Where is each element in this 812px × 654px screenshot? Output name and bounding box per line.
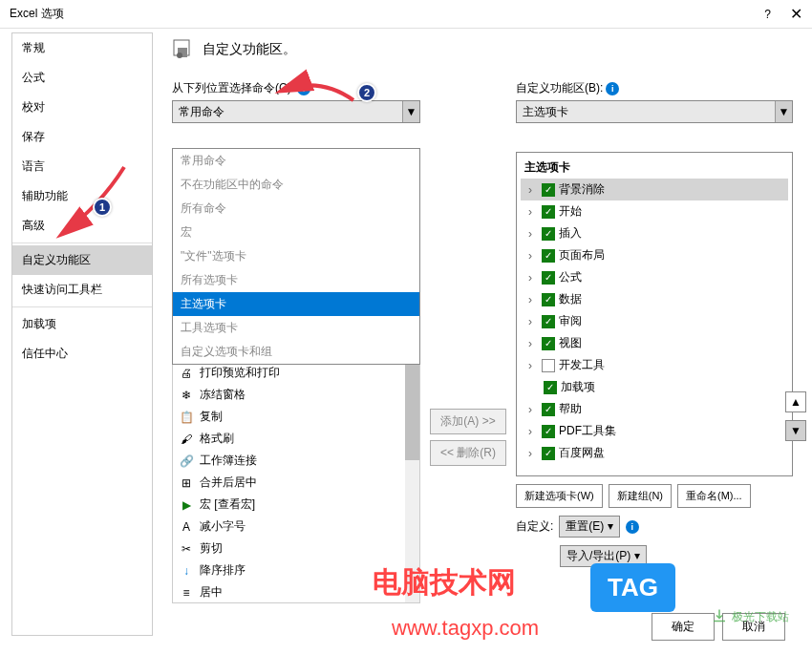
freeze-icon: ❄ xyxy=(179,388,194,403)
dropdown-item[interactable]: 所有命令 xyxy=(173,197,419,221)
checkbox-icon[interactable]: ✓ xyxy=(542,337,555,350)
info-icon[interactable]: i xyxy=(606,82,619,95)
cmd-freeze[interactable]: ❄冻结窗格▸ xyxy=(173,384,419,406)
tree-item-developer[interactable]: ›开发工具 xyxy=(521,354,788,376)
cmd-decrease-font[interactable]: A减小字号 xyxy=(173,516,419,538)
dropdown-item-main-tabs[interactable]: 主选项卡 xyxy=(173,292,419,316)
sidebar-item-quick-access[interactable]: 快速访问工具栏 xyxy=(12,275,152,305)
font-decrease-icon: A xyxy=(179,519,194,535)
expand-icon[interactable]: › xyxy=(528,249,538,263)
dropdown-item[interactable]: 自定义选项卡和组 xyxy=(173,340,419,364)
expand-icon[interactable]: › xyxy=(528,425,538,438)
add-button[interactable]: 添加(A) >> xyxy=(430,409,505,434)
tree-item-data[interactable]: ›✓数据 xyxy=(521,288,788,310)
dropdown-list: 常用命令 不在功能区中的命令 所有命令 宏 "文件"选项卡 所有选项卡 主选项卡… xyxy=(172,148,420,365)
help-icon[interactable]: ? xyxy=(764,8,771,21)
checkbox-icon[interactable]: ✓ xyxy=(542,447,555,460)
dropdown-item[interactable]: 宏 xyxy=(173,221,419,244)
tree-item-page-layout[interactable]: ›✓页面布局 xyxy=(521,244,788,266)
checkbox-icon[interactable] xyxy=(542,359,555,372)
tree-item-formulas[interactable]: ›✓公式 xyxy=(521,266,788,288)
close-icon[interactable]: ✕ xyxy=(790,5,802,23)
expand-icon[interactable]: › xyxy=(528,293,538,306)
info-icon[interactable]: i xyxy=(297,82,310,95)
move-up-button[interactable]: ▲ xyxy=(785,391,806,412)
right-column: 自定义功能区(B): i 主选项卡 ▼ 主选项卡 ›✓背景消除 ›✓开始 ›✓插… xyxy=(516,80,793,603)
checkbox-icon[interactable]: ✓ xyxy=(542,271,555,285)
sidebar-item-proofing[interactable]: 校对 xyxy=(12,93,152,122)
customize-label: 自定义功能区(B): i xyxy=(516,80,793,96)
sidebar-item-formula[interactable]: 公式 xyxy=(12,63,152,93)
import-combo[interactable]: 导入/导出(P) ▾ xyxy=(560,545,647,567)
expand-icon[interactable]: › xyxy=(528,359,538,372)
checkbox-icon[interactable]: ✓ xyxy=(542,403,555,416)
remove-button[interactable]: << 删除(R) xyxy=(430,440,506,466)
chevron-down-icon: ▼ xyxy=(402,101,419,122)
dropdown-item[interactable]: 不在功能区中的命令 xyxy=(173,173,419,197)
checkbox-icon[interactable]: ✓ xyxy=(542,183,555,197)
choose-from-combo[interactable]: 常用命令 ▼ xyxy=(172,100,420,123)
svg-point-2 xyxy=(177,53,182,58)
tree-buttons: 新建选项卡(W) 新建组(N) 重命名(M)... xyxy=(516,484,793,508)
dropdown-item[interactable]: "文件"选项卡 xyxy=(173,244,419,268)
checkbox-icon[interactable]: ✓ xyxy=(542,249,555,263)
expand-icon[interactable]: › xyxy=(528,337,538,350)
expand-icon[interactable]: › xyxy=(528,447,538,460)
checkbox-icon[interactable]: ✓ xyxy=(542,425,555,438)
tree-item-insert[interactable]: ›✓插入 xyxy=(521,222,788,244)
new-group-button[interactable]: 新建组(N) xyxy=(609,484,672,508)
cmd-workbook-connect[interactable]: 🔗工作簿连接 xyxy=(173,450,419,472)
checkbox-icon[interactable]: ✓ xyxy=(542,205,555,219)
sidebar-item-trust[interactable]: 信任中心 xyxy=(12,339,152,369)
dropdown-item[interactable]: 常用命令 xyxy=(173,149,419,173)
cancel-button[interactable]: 取消 xyxy=(722,613,785,641)
expand-icon[interactable]: › xyxy=(528,271,538,285)
cmd-center[interactable]: ≡居中 xyxy=(173,581,419,603)
tree-item-pdf[interactable]: ›✓PDF工具集 xyxy=(521,420,788,442)
new-tab-button[interactable]: 新建选项卡(W) xyxy=(516,484,603,508)
checkbox-icon[interactable]: ✓ xyxy=(544,381,557,394)
sidebar-item-addins[interactable]: 加载项 xyxy=(12,309,152,339)
cmd-sort-desc[interactable]: ↓降序排序 xyxy=(173,559,419,581)
sidebar: 常规 公式 校对 保存 语言 辅助功能 高级 自定义功能区 快速访问工具栏 加载… xyxy=(11,32,153,636)
cmd-print-preview[interactable]: 🖨打印预览和打印 xyxy=(173,362,419,384)
cmd-copy[interactable]: 📋复制 xyxy=(173,406,419,428)
tree-item-background-remove[interactable]: ›✓背景消除 xyxy=(521,179,788,200)
rename-button[interactable]: 重命名(M)... xyxy=(677,484,751,508)
tree-item-baidu[interactable]: ›✓百度网盘 xyxy=(521,442,788,464)
reset-combo[interactable]: 重置(E) ▾ xyxy=(559,516,619,538)
cmd-merge-center[interactable]: ⊞合并后居中▸ xyxy=(173,472,419,494)
expand-icon[interactable]: › xyxy=(528,315,538,328)
tree-panel[interactable]: 主选项卡 ›✓背景消除 ›✓开始 ›✓插入 ›✓页面布局 ›✓公式 ›✓数据 ›… xyxy=(516,152,793,476)
play-icon: ▶ xyxy=(179,497,194,513)
move-down-button[interactable]: ▼ xyxy=(785,420,806,441)
sidebar-item-advanced[interactable]: 高级 xyxy=(12,211,152,241)
customize-combo[interactable]: 主选项卡 ▼ xyxy=(516,100,793,123)
expand-icon[interactable]: › xyxy=(528,183,538,197)
sidebar-item-general[interactable]: 常规 xyxy=(12,33,152,63)
header-row: 自定义功能区。 xyxy=(172,38,793,61)
cmd-macro[interactable]: ▶宏 [查看宏] xyxy=(173,494,419,516)
checkbox-icon[interactable]: ✓ xyxy=(542,315,555,328)
cmd-format-painter[interactable]: 🖌格式刷 xyxy=(173,428,419,450)
sidebar-item-language[interactable]: 语言 xyxy=(12,152,152,181)
titlebar: Excel 选项 ? ✕ xyxy=(0,0,812,29)
ok-button[interactable]: 确定 xyxy=(652,613,715,641)
checkbox-icon[interactable]: ✓ xyxy=(542,227,555,241)
sidebar-item-save[interactable]: 保存 xyxy=(12,122,152,152)
cmd-cut[interactable]: ✂剪切 xyxy=(173,538,419,559)
sidebar-item-customize-ribbon[interactable]: 自定义功能区 xyxy=(12,245,152,275)
tree-item-review[interactable]: ›✓审阅 xyxy=(521,310,788,332)
sidebar-item-accessibility[interactable]: 辅助功能 xyxy=(12,181,152,211)
info-icon[interactable]: i xyxy=(626,520,639,534)
tree-item-home[interactable]: ›✓开始 xyxy=(521,200,788,222)
dropdown-item[interactable]: 所有选项卡 xyxy=(173,268,419,292)
tree-item-help[interactable]: ›✓帮助 xyxy=(521,398,788,420)
dropdown-item[interactable]: 工具选项卡 xyxy=(173,316,419,340)
expand-icon[interactable]: › xyxy=(528,227,538,241)
tree-item-addins[interactable]: ✓加载项 xyxy=(521,376,788,398)
expand-icon[interactable]: › xyxy=(528,205,538,219)
checkbox-icon[interactable]: ✓ xyxy=(542,293,555,306)
expand-icon[interactable]: › xyxy=(528,403,538,416)
tree-item-view[interactable]: ›✓视图 xyxy=(521,332,788,354)
